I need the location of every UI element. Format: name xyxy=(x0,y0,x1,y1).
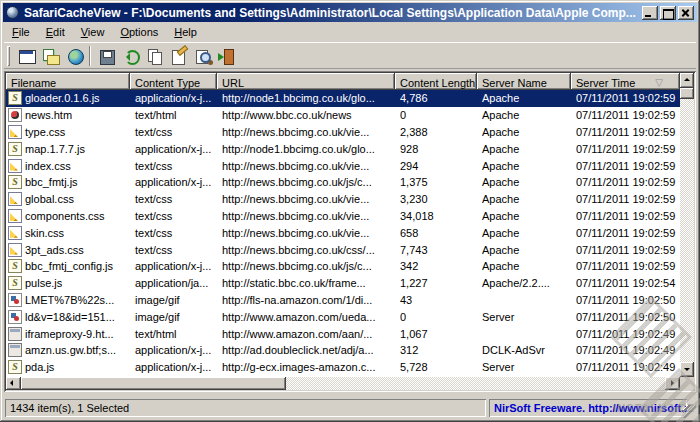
cell-url: http://news.bbcimg.co.uk/css/... xyxy=(217,241,395,258)
cell-content-length: 658 xyxy=(395,224,477,241)
column-header-filename[interactable]: Filename xyxy=(6,73,130,90)
table-row[interactable]: 3pt_ads.css text/css http://news.bbcimg.… xyxy=(6,241,680,258)
cell-server-time: 07/11/2011 19:02:59 xyxy=(571,157,677,174)
copy-to-folder-button[interactable] xyxy=(38,44,62,67)
file-icon xyxy=(8,209,22,223)
cell-server-name: Apache xyxy=(477,224,571,241)
column-header-server-name[interactable]: Server Name xyxy=(477,73,571,90)
cell-server-time: 07/11/2011 19:02:59 xyxy=(571,124,677,141)
minimize-icon[interactable] xyxy=(642,6,658,20)
copy-button[interactable] xyxy=(142,44,166,67)
find-button[interactable] xyxy=(190,44,214,67)
refresh-button[interactable] xyxy=(118,44,142,67)
status-nirsoft-link[interactable]: NirSoft Freeware. http://www.nirsoft.net xyxy=(489,399,687,417)
cell-server-time: 07/11/2011 19:02:59 xyxy=(571,191,677,208)
cell-server-name: DCLK-AdSvr xyxy=(477,342,571,359)
scroll-right-icon[interactable] xyxy=(665,377,680,390)
cell-content-type: application/ja... xyxy=(130,275,217,292)
table-row[interactable]: bbc_fmtj_config.js application/x-j... ht… xyxy=(6,258,680,275)
maximize-icon[interactable] xyxy=(660,6,676,20)
toolbar-grip[interactable] xyxy=(7,46,10,66)
column-header-url[interactable]: URL xyxy=(217,73,395,90)
sort-descending-icon: ▽ xyxy=(655,78,663,88)
cell-content-type: application/x-j... xyxy=(130,90,217,107)
table-row[interactable]: pulse.js application/ja... http://static… xyxy=(6,275,680,292)
table-row[interactable]: skin.css text/css http://news.bbcimg.co.… xyxy=(6,224,680,241)
copy-to-folder-icon xyxy=(42,48,59,64)
cell-server-name xyxy=(477,325,571,342)
column-header-content-type[interactable]: Content Type xyxy=(130,73,217,90)
vertical-scroll-thumb[interactable] xyxy=(680,88,694,99)
file-icon xyxy=(8,259,22,273)
find-icon xyxy=(194,48,211,64)
cell-server-name: Apache xyxy=(477,157,571,174)
cell-server-name: Apache xyxy=(477,191,571,208)
horizontal-scrollbar[interactable] xyxy=(6,377,680,390)
list-header: Filename Content Type URL Content Length… xyxy=(6,73,680,90)
table-row[interactable]: amzn.us.gw.btf;s... application/x-j... h… xyxy=(6,342,680,359)
menu-help[interactable]: Help xyxy=(166,24,205,41)
vertical-scrollbar[interactable] xyxy=(680,73,694,377)
table-row[interactable]: pda.js application/x-j... http://g-ecx.i… xyxy=(6,359,680,376)
table-row[interactable]: news.htm text/html http://www.bbc.co.uk/… xyxy=(6,107,680,124)
cell-url: http://fls-na.amazon.com/1/di... xyxy=(217,292,395,309)
open-url-button[interactable] xyxy=(62,44,86,67)
scroll-up-icon[interactable] xyxy=(680,73,694,88)
menu-file[interactable]: File xyxy=(4,24,38,41)
properties-button[interactable] xyxy=(166,44,190,67)
cell-content-length: 294 xyxy=(395,157,477,174)
table-row[interactable]: global.css text/css http://news.bbcimg.c… xyxy=(6,191,680,208)
open-cache-window-button[interactable] xyxy=(14,44,38,67)
cell-server-name: Server xyxy=(477,359,571,376)
menu-edit[interactable]: Edit xyxy=(38,24,73,41)
cell-server-time: 07/11/2011 19:02:49 xyxy=(571,359,677,376)
scroll-left-icon[interactable] xyxy=(6,377,21,390)
title-bar[interactable]: SafariCacheView - F:\Documents and Setti… xyxy=(3,3,697,22)
cell-filename: type.css xyxy=(6,124,130,141)
table-row[interactable]: iframeproxy-9.ht... text/html http://www… xyxy=(6,325,680,342)
resize-grip[interactable] xyxy=(683,405,696,418)
cell-server-name: Apache xyxy=(477,107,571,124)
scroll-down-icon[interactable] xyxy=(680,362,694,377)
cell-filename: skin.css xyxy=(6,224,130,241)
cell-server-time: 07/11/2011 19:02:59 xyxy=(571,241,677,258)
file-icon xyxy=(8,108,22,122)
cell-content-type: application/x-j... xyxy=(130,174,217,191)
table-row[interactable]: LMET%7B%22s... image/gif http://fls-na.a… xyxy=(6,292,680,309)
save-button[interactable] xyxy=(94,44,118,67)
horizontal-scroll-thumb[interactable] xyxy=(21,377,286,390)
column-header-content-length[interactable]: Content Length xyxy=(395,73,477,90)
table-row[interactable]: bbc_fmtj.js application/x-j... http://ne… xyxy=(6,174,680,191)
cell-content-length: 342 xyxy=(395,258,477,275)
close-icon[interactable] xyxy=(678,6,694,20)
cell-content-type: image/gif xyxy=(130,308,217,325)
cell-filename: LMET%7B%22s... xyxy=(6,292,130,309)
table-row[interactable]: type.css text/css http://news.bbcimg.co.… xyxy=(6,124,680,141)
cell-content-type: text/html xyxy=(130,325,217,342)
cell-server-name: Apache xyxy=(477,208,571,225)
table-row[interactable]: map.1.7.7.js application/x-j... http://n… xyxy=(6,140,680,157)
cell-content-type: text/css xyxy=(130,157,217,174)
copy-icon xyxy=(146,48,163,64)
file-icon xyxy=(8,293,22,307)
menu-options[interactable]: Options xyxy=(112,24,166,41)
menu-view[interactable]: View xyxy=(73,24,113,41)
cell-server-time: 07/11/2011 19:02:59 xyxy=(571,90,677,107)
cell-url: http://news.bbcimg.co.uk/vie... xyxy=(217,208,395,225)
cell-filename: pda.js xyxy=(6,359,130,376)
exit-button[interactable] xyxy=(214,44,238,67)
table-row[interactable]: components.css text/css http://news.bbci… xyxy=(6,208,680,225)
table-row[interactable]: index.css text/css http://news.bbcimg.co… xyxy=(6,157,680,174)
file-icon xyxy=(8,360,22,374)
cell-server-name: Apache xyxy=(477,258,571,275)
file-icon xyxy=(8,343,22,357)
cell-content-type: text/css xyxy=(130,208,217,225)
globe-icon xyxy=(66,48,83,64)
cell-content-length: 928 xyxy=(395,140,477,157)
cell-server-name: Server xyxy=(477,308,571,325)
cell-url: http://node1.bbcimg.co.uk/glo... xyxy=(217,140,395,157)
column-header-server-time[interactable]: Server Time ▽ xyxy=(571,73,680,90)
table-row[interactable]: ld&v=18&id=151... image/gif http://www.a… xyxy=(6,308,680,325)
table-row[interactable]: gloader.0.1.6.js application/x-j... http… xyxy=(6,90,680,107)
cell-server-time: 07/11/2011 19:02:59 xyxy=(571,224,677,241)
